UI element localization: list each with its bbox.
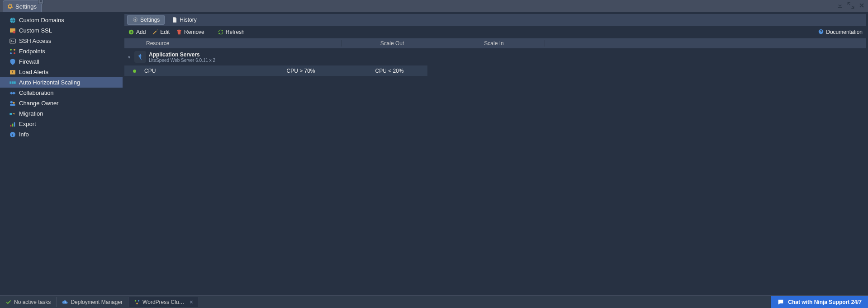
col-scale-in-header[interactable]: Scale In bbox=[443, 40, 545, 47]
tab-label: Settings bbox=[15, 3, 37, 10]
svg-rect-10 bbox=[12, 81, 14, 84]
footer-deployment-manager[interactable]: Deployment Manager bbox=[57, 297, 128, 307]
svg-point-4 bbox=[10, 49, 12, 51]
svg-rect-14 bbox=[10, 104, 15, 106]
sidebar-item-label: Custom SSL bbox=[19, 27, 52, 34]
group-row-app-servers[interactable]: ▾ Application Servers LiteSpeed Web Serv… bbox=[124, 48, 427, 65]
button-label: Edit bbox=[160, 29, 170, 35]
sidebar-item-export[interactable]: Export bbox=[0, 119, 123, 129]
status-led bbox=[124, 68, 144, 74]
sidebar-item-label: Export bbox=[19, 121, 36, 127]
sidebar-item-endpoints[interactable]: Endpoints bbox=[0, 46, 123, 56]
close-icon[interactable]: × bbox=[38, 0, 44, 4]
cloud-upload-icon bbox=[62, 299, 68, 305]
settings-sidebar: Custom Domains Custom SSL SSH Access End… bbox=[0, 12, 123, 295]
export-icon bbox=[9, 121, 16, 128]
button-label: Refresh bbox=[226, 29, 245, 35]
globe-icon bbox=[9, 17, 16, 24]
footer-label: WordPress Clu… bbox=[142, 299, 184, 305]
chat-support-button[interactable]: Chat with Ninja Support 24/7 bbox=[771, 296, 868, 308]
main-panel: Settings History Add Edit Remove bbox=[123, 12, 868, 295]
subtab-label: Settings bbox=[140, 17, 160, 23]
pencil-icon bbox=[152, 29, 158, 35]
refresh-button[interactable]: Refresh bbox=[218, 29, 245, 35]
toolbar-separator bbox=[211, 28, 211, 36]
header-label: Scale In bbox=[484, 40, 503, 47]
group-title: Application Servers bbox=[149, 51, 215, 58]
button-label: Remove bbox=[184, 29, 204, 35]
grid-body: ▾ Application Servers LiteSpeed Web Serv… bbox=[124, 48, 866, 76]
certificate-icon bbox=[9, 27, 16, 34]
terminal-icon bbox=[9, 37, 16, 45]
sidebar-item-info[interactable]: Info bbox=[0, 129, 123, 140]
document-icon bbox=[171, 17, 178, 23]
footer-tasks[interactable]: No active tasks bbox=[0, 297, 57, 307]
handshake-icon bbox=[9, 89, 16, 97]
sidebar-item-migration[interactable]: Migration bbox=[0, 108, 123, 119]
sidebar-item-auto-horizontal-scaling[interactable]: Auto Horizontal Scaling bbox=[0, 77, 123, 88]
users-icon bbox=[9, 100, 16, 107]
chevron-down-icon[interactable]: ▾ bbox=[124, 55, 133, 60]
nodes-icon bbox=[134, 299, 140, 305]
footer-wordpress-cluster[interactable]: WordPress Clu… × bbox=[128, 297, 199, 307]
tab-settings[interactable]: Settings × bbox=[3, 0, 42, 12]
footer-label: No active tasks bbox=[14, 299, 51, 305]
svg-point-7 bbox=[14, 52, 15, 54]
alert-icon bbox=[9, 69, 16, 76]
subtab-settings[interactable]: Settings bbox=[127, 15, 165, 25]
sidebar-item-load-alerts[interactable]: Load Alerts bbox=[0, 67, 123, 77]
litespeed-icon bbox=[134, 51, 146, 63]
cell-scale-in: CPU < 20% bbox=[351, 68, 427, 74]
trash-icon bbox=[176, 29, 182, 35]
window-controls bbox=[836, 2, 865, 11]
sidebar-item-label: Firewall bbox=[19, 58, 39, 65]
subtab-history[interactable]: History bbox=[166, 15, 201, 25]
svg-point-13 bbox=[13, 102, 15, 103]
svg-rect-18 bbox=[14, 122, 15, 126]
col-resource-header[interactable]: Resource bbox=[135, 40, 342, 47]
cell-scale-out: CPU > 70% bbox=[250, 68, 351, 74]
scaling-icon bbox=[9, 79, 16, 86]
trigger-row-cpu[interactable]: CPU CPU > 70% CPU < 20% bbox=[124, 65, 427, 76]
group-subtitle: LiteSpeed Web Server 6.0.11 x 2 bbox=[149, 58, 215, 63]
sidebar-item-label: Custom Domains bbox=[19, 17, 64, 23]
svg-rect-11 bbox=[14, 81, 16, 84]
col-scale-out-header[interactable]: Scale Out bbox=[342, 40, 443, 47]
sidebar-item-label: Collaboration bbox=[19, 89, 54, 96]
sidebar-item-firewall[interactable]: Firewall bbox=[0, 56, 123, 67]
sidebar-item-ssh-access[interactable]: SSH Access bbox=[0, 36, 123, 46]
subtab-label: History bbox=[180, 17, 196, 23]
sidebar-item-change-owner[interactable]: Change Owner bbox=[0, 98, 123, 108]
sidebar-item-custom-domains[interactable]: Custom Domains bbox=[0, 15, 123, 25]
add-icon bbox=[128, 29, 134, 35]
svg-rect-16 bbox=[10, 125, 12, 126]
sidebar-item-label: Info bbox=[19, 131, 29, 138]
endpoints-icon bbox=[9, 48, 16, 55]
close-icon[interactable]: × bbox=[190, 299, 193, 305]
svg-point-23 bbox=[135, 300, 137, 302]
sidebar-item-collaboration[interactable]: Collaboration bbox=[0, 88, 123, 98]
download-icon[interactable] bbox=[836, 2, 844, 11]
sidebar-item-label: Change Owner bbox=[19, 100, 58, 107]
svg-rect-3 bbox=[10, 39, 15, 43]
svg-point-6 bbox=[10, 52, 12, 54]
footer-bar: No active tasks Deployment Manager WordP… bbox=[0, 295, 868, 308]
content-area: Custom Domains Custom SSL SSH Access End… bbox=[0, 12, 868, 295]
add-button[interactable]: Add bbox=[128, 29, 146, 35]
close-window-icon[interactable] bbox=[858, 2, 865, 11]
maximize-icon[interactable] bbox=[847, 2, 854, 11]
shield-icon bbox=[9, 58, 16, 65]
edit-button[interactable]: Edit bbox=[152, 29, 170, 35]
group-text: Application Servers LiteSpeed Web Server… bbox=[149, 51, 215, 63]
sidebar-item-label: Load Alerts bbox=[19, 69, 48, 75]
chat-icon bbox=[777, 299, 784, 306]
migration-icon bbox=[9, 110, 16, 117]
sidebar-item-label: Auto Horizontal Scaling bbox=[19, 79, 80, 86]
toolbar: Add Edit Remove Refresh Documentation bbox=[124, 26, 866, 38]
documentation-link[interactable]: Documentation bbox=[818, 28, 863, 36]
sidebar-item-custom-ssl[interactable]: Custom SSL bbox=[0, 25, 123, 36]
remove-button[interactable]: Remove bbox=[176, 29, 204, 35]
svg-rect-17 bbox=[12, 123, 14, 126]
svg-rect-15 bbox=[9, 113, 12, 115]
subtabs: Settings History bbox=[124, 14, 866, 26]
